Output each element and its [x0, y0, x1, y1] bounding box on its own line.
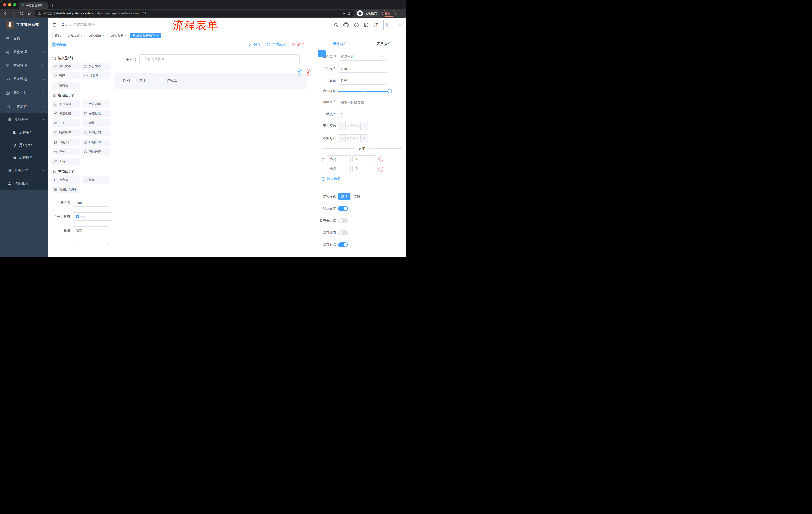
sidebar-item-devtools[interactable]: 研发工具	[0, 86, 48, 100]
drag-handle-icon[interactable]	[321, 167, 325, 171]
address-bar[interactable]: 不安全 dashboard.yudao.iocoder.cn/bpm/manag…	[35, 10, 354, 17]
new-tab-button[interactable]	[51, 4, 54, 7]
decrease-button[interactable]	[339, 123, 346, 130]
url-path[interactable]: /bpm/manager/form/edit?formId=11	[97, 11, 146, 15]
option-label-input[interactable]	[327, 155, 351, 163]
palette-item-checkbox-group[interactable]: 多选框组	[82, 110, 110, 117]
clear-button[interactable]: 清空	[292, 42, 304, 47]
github-icon[interactable]	[343, 22, 349, 28]
tag-close-icon[interactable]	[103, 34, 105, 36]
field-name-input[interactable]	[338, 64, 387, 73]
sidebar-item-task-mgmt[interactable]: 任务管理	[0, 164, 48, 177]
palette-item-single-text[interactable]: 单行文本	[52, 63, 80, 70]
search-icon[interactable]	[334, 23, 338, 27]
palette-item-editor[interactable]: 编辑器	[52, 82, 80, 89]
form-grid-slider[interactable]	[338, 89, 390, 93]
option-value-input[interactable]	[352, 155, 376, 163]
design-canvas[interactable]: 手机号 请输入手机号 性别 选项一 选项二	[112, 50, 318, 257]
breadcrumb-home[interactable]: 首页	[61, 23, 68, 27]
avatar[interactable]	[383, 20, 394, 30]
palette-item-switch[interactable]: 开关	[52, 119, 80, 127]
close-window-button[interactable]	[3, 3, 6, 6]
phone-input[interactable]: 请输入手机号	[140, 54, 300, 64]
chrome-update-button[interactable]: 更新	[382, 10, 396, 17]
sidebar-item-home[interactable]: 首页	[0, 32, 48, 45]
sidebar-item-payment[interactable]: 支付管理	[0, 59, 48, 73]
zoom-window-button[interactable]	[13, 3, 16, 6]
segment-default[interactable]: 默认	[339, 193, 350, 200]
url-host[interactable]: dashboard.yudao.iocoder.cn	[56, 11, 96, 15]
canvas-field-phone[interactable]: 手机号 请输入手机号	[112, 54, 318, 64]
remove-option-button[interactable]	[378, 157, 383, 162]
tag-close-icon[interactable]	[156, 34, 158, 36]
palette-item-upload[interactable]: 上传	[52, 158, 80, 165]
label-width-input[interactable]	[338, 98, 387, 106]
tab-close-icon[interactable]	[44, 4, 46, 6]
palette-item-time-picker[interactable]: 时间选择	[52, 129, 80, 136]
sidebar-item-workflow[interactable]: 工作流程	[0, 100, 48, 113]
palette-item-password[interactable]: 密码	[52, 72, 80, 79]
slider-handle[interactable]	[388, 89, 392, 93]
palette-item-table[interactable]: 表格[开发中]	[52, 186, 80, 193]
disabled-toggle[interactable]	[338, 231, 348, 235]
sidebar-item-system[interactable]: 系统管理	[0, 45, 48, 59]
sidebar-item-leave-query[interactable]: 请假查询	[0, 177, 48, 190]
show-label-toggle[interactable]	[338, 206, 348, 211]
not-secure-warning-icon[interactable]	[38, 11, 41, 15]
tag-close-icon[interactable]	[124, 34, 126, 36]
palette-item-rate[interactable]: 评分	[52, 148, 80, 155]
password-key-icon[interactable]	[342, 11, 345, 15]
bookmark-star-icon[interactable]	[347, 11, 351, 15]
palette-item-color-picker[interactable]: 颜色选择	[82, 148, 110, 155]
canvas-field-gender-selected[interactable]: 性别 选项一 选项二	[115, 73, 307, 89]
palette-item-counter[interactable]: 123 计数器	[82, 72, 110, 79]
tag-process-definition[interactable]: 流程定义	[65, 33, 85, 38]
drag-handle-icon[interactable]	[321, 157, 325, 161]
checkbox-icon[interactable]	[161, 79, 164, 82]
border-toggle[interactable]	[338, 218, 348, 223]
fullscreen-icon[interactable]	[364, 23, 369, 27]
tab-form-props[interactable]: 表单属性	[362, 39, 406, 49]
palette-item-multi-text[interactable]: 多行文本	[82, 63, 110, 70]
decrease-button[interactable]	[339, 135, 346, 141]
title-input[interactable]	[338, 77, 387, 85]
palette-item-button[interactable]: 按钮	[82, 176, 110, 184]
palette-item-select[interactable]: 下拉选择	[52, 100, 80, 108]
tag-process-form[interactable]: 流程表单	[109, 33, 129, 38]
option-value-input[interactable]	[352, 165, 376, 173]
back-button[interactable]	[2, 10, 8, 16]
segment-button[interactable]: 按钮	[350, 193, 362, 200]
collapse-sidebar-icon[interactable]	[52, 22, 57, 27]
security-label[interactable]: 不安全	[43, 11, 53, 16]
view-json-button[interactable]: 查看json	[266, 42, 286, 47]
minimize-window-button[interactable]	[8, 3, 11, 6]
browser-menu-icon[interactable]	[393, 12, 394, 15]
caret-down-icon[interactable]	[399, 24, 402, 26]
reload-button[interactable]	[19, 10, 25, 16]
forward-button[interactable]	[10, 10, 17, 16]
remove-option-button[interactable]	[378, 166, 383, 172]
required-toggle[interactable]	[338, 242, 348, 247]
palette-item-date-picker[interactable]: 日期选择	[52, 139, 80, 146]
max-select-value[interactable]: 最多可选	[346, 135, 360, 141]
tab-component-props[interactable]: 组件属性	[318, 39, 362, 49]
tag-process-form-edit[interactable]: 流程表单-编辑	[130, 33, 161, 38]
save-button[interactable]: 保存	[249, 42, 261, 47]
tag-process-model[interactable]: 流程模型	[87, 33, 107, 38]
increase-button[interactable]	[360, 123, 368, 130]
home-button[interactable]	[27, 10, 33, 16]
sidebar-item-process-model[interactable]: 流程模型	[0, 152, 48, 164]
palette-item-row-container[interactable]: 行容器	[52, 176, 80, 184]
palette-item-time-range[interactable]: 时间范围	[82, 129, 110, 136]
font-size-icon[interactable]: TT	[374, 23, 378, 27]
default-value-input[interactable]	[338, 110, 387, 118]
option-label-input[interactable]	[327, 165, 351, 173]
copy-component-button[interactable]	[296, 69, 302, 76]
sidebar-item-infra[interactable]: 基础设施	[0, 73, 48, 86]
palette-item-cascader[interactable]: 级联选择	[82, 100, 110, 108]
increase-button[interactable]	[360, 135, 368, 141]
component-type-select[interactable]: 多选框组	[338, 53, 387, 61]
remark-textarea[interactable]: 嘿嘿	[73, 226, 109, 245]
sidebar-item-user-group[interactable]: 用户分组	[0, 139, 48, 152]
add-option-button[interactable]: 添加选项	[318, 177, 406, 181]
